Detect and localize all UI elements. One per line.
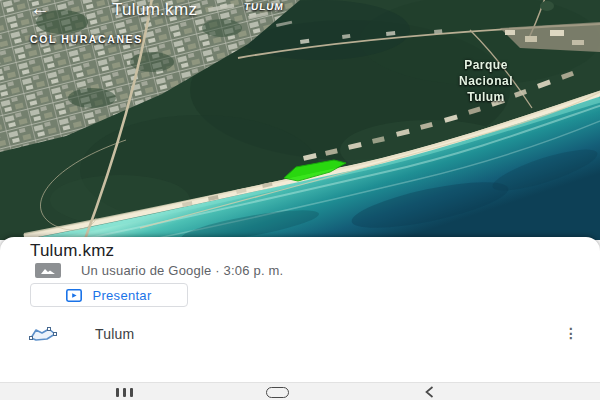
kml-item-label: Tulum: [95, 326, 134, 342]
back-icon[interactable]: [425, 386, 434, 398]
photo-thumbnail-icon: [35, 263, 61, 278]
map-label-parque-nacional: Parque Nacional Tulum: [430, 57, 542, 105]
owner-row: Un usuario de Google · 3:06 p. m.: [35, 262, 283, 278]
screen: COL HURACANES TULUM Parque Nacional Tulu…: [0, 0, 600, 400]
back-arrow-icon[interactable]: ←: [30, 0, 50, 20]
present-to-screen-icon: [66, 289, 82, 302]
home-icon[interactable]: [266, 387, 289, 398]
map-label-col-huracanes: COL HURACANES: [30, 33, 143, 45]
satellite-map[interactable]: COL HURACANES TULUM Parque Nacional Tulu…: [0, 0, 600, 240]
map-label-tulum-town: TULUM: [243, 1, 284, 12]
kml-list-item-tulum[interactable]: Tulum ⋮: [0, 318, 600, 350]
present-button-label: Presentar: [92, 288, 151, 303]
recents-icon[interactable]: [116, 388, 133, 397]
owner-text: Un usuario de Google · 3:06 p. m.: [81, 263, 283, 278]
file-title: Tulum.kmz: [30, 241, 114, 261]
present-button[interactable]: Presentar: [30, 283, 188, 307]
polygon-feature-icon: [29, 326, 57, 342]
android-navbar: [0, 382, 600, 400]
appbar-title: Tulum.kmz: [112, 0, 197, 20]
overflow-menu-icon[interactable]: ⋮: [560, 320, 582, 346]
